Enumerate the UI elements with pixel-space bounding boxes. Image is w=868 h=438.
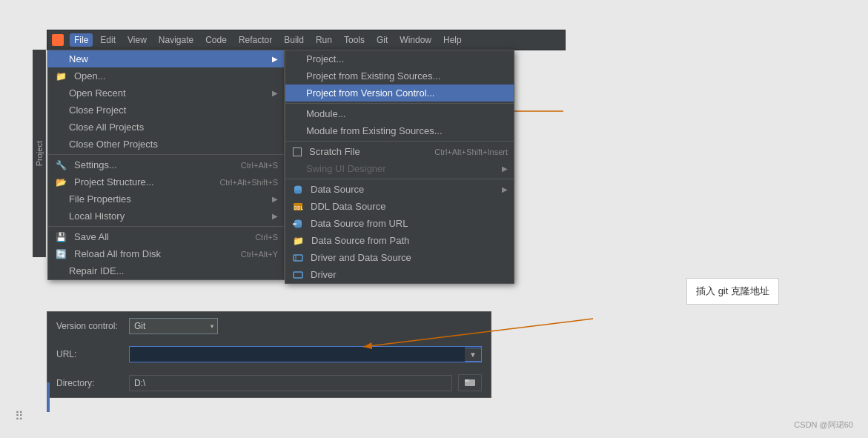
new-submenu: Project... Project from Existing Sources… <box>285 50 514 284</box>
annotation-box: 插入 git 克隆地址 <box>686 278 779 305</box>
new-divider-1 <box>285 103 514 104</box>
vc-dialog: Version control: Git URL: ▼ Directory: <box>47 311 491 398</box>
menu-navigate[interactable]: Navigate <box>154 33 198 47</box>
submenu-item-module[interactable]: Module... <box>285 105 514 122</box>
scratch-icon <box>293 147 302 156</box>
new-divider-3 <box>285 179 514 179</box>
vc-row-control: Version control: Git <box>47 312 491 340</box>
structure-icon: 📂 <box>56 177 67 188</box>
bottom-dots: ⠿ <box>15 409 25 423</box>
wrench-icon: 🔧 <box>56 160 67 170</box>
menu-item-settings[interactable]: 🔧 Settings... Ctrl+Alt+S <box>48 156 284 173</box>
submenu-item-scratch[interactable]: Scratch File Ctrl+Alt+Shift+Insert <box>285 143 514 160</box>
vc-row-url: URL: ▼ <box>47 340 491 368</box>
menu-item-project-structure[interactable]: 📂 Project Structure... Ctrl+Alt+Shift+S <box>48 173 284 190</box>
vc-url-dropdown-btn[interactable]: ▼ <box>465 348 482 362</box>
divider-1 <box>48 154 284 155</box>
menu-window[interactable]: Window <box>395 33 436 47</box>
new-divider-2 <box>285 141 514 142</box>
svg-point-2 <box>294 190 302 193</box>
submenu-arrow-props: ▶ <box>272 195 278 203</box>
submenu-item-project-vcs[interactable]: Project from Version Control... <box>285 84 514 102</box>
folder-ds-icon: 📁 <box>293 236 304 246</box>
submenu-item-driver[interactable]: Driver <box>285 266 514 283</box>
vc-url-input[interactable] <box>129 346 482 362</box>
svg-text:DDL: DDL <box>294 205 303 211</box>
vc-url-wrapper: ▼ <box>129 346 482 362</box>
menu-bar: File Edit View Navigate Code Refactor Bu… <box>47 30 565 50</box>
save-icon: 💾 <box>56 232 67 242</box>
reload-icon: 🔄 <box>56 249 67 259</box>
menu-item-repair[interactable]: Repair IDE... <box>48 262 284 279</box>
screenshot-container: File Edit View Navigate Code Refactor Bu… <box>0 0 868 438</box>
menu-build[interactable]: Build <box>279 33 308 47</box>
menu-item-file-props[interactable]: File Properties ▶ <box>48 190 284 208</box>
menu-refactor[interactable]: Refactor <box>234 33 276 47</box>
submenu-item-project-existing[interactable]: Project from Existing Sources... <box>285 67 514 84</box>
submenu-item-ddl[interactable]: DDL DDL Data Source <box>285 198 514 215</box>
ide-window: File Edit View Navigate Code Refactor Bu… <box>47 30 566 50</box>
menu-tools[interactable]: Tools <box>339 33 369 47</box>
vc-url-label: URL: <box>56 349 123 359</box>
driver-ds-icon <box>293 253 303 263</box>
vc-browse-btn[interactable] <box>458 374 482 391</box>
sidebar-panel: Project <box>33 50 46 257</box>
menu-item-close-others[interactable]: Close Other Projects <box>48 136 284 153</box>
menu-item-close-project[interactable]: Close Project <box>48 102 284 119</box>
menu-view[interactable]: View <box>123 33 151 47</box>
file-dropdown: New ▶ 📁 Open... Open Recent ▶ Close Proj… <box>47 50 285 280</box>
ddl-icon: DDL <box>293 202 303 212</box>
submenu-arrow-ds: ▶ <box>502 185 508 193</box>
menu-item-save-all[interactable]: 💾 Save All Ctrl+S <box>48 228 284 245</box>
submenu-arrow-recent: ▶ <box>272 89 278 97</box>
app-logo <box>52 34 64 46</box>
menu-git[interactable]: Git <box>372 33 392 47</box>
menu-item-open-recent[interactable]: Open Recent ▶ <box>48 84 284 102</box>
submenu-item-project[interactable]: Project... <box>285 50 514 67</box>
folder-icon: 📁 <box>56 71 67 82</box>
divider-2 <box>48 226 284 227</box>
menu-code[interactable]: Code <box>201 33 231 47</box>
menu-item-reload[interactable]: 🔄 Reload All from Disk Ctrl+Alt+Y <box>48 245 284 262</box>
sidebar-label: Project <box>35 141 44 166</box>
browse-icon <box>465 377 475 386</box>
vc-dir-label: Directory: <box>56 378 123 388</box>
svg-rect-11 <box>294 272 302 278</box>
db-icon <box>293 185 303 195</box>
bottom-bar-line <box>47 382 50 412</box>
submenu-item-swing: Swing UI Designer ▶ <box>285 160 514 177</box>
svg-rect-8 <box>293 223 296 225</box>
menu-edit[interactable]: Edit <box>96 33 120 47</box>
menu-item-local-history[interactable]: Local History ▶ <box>48 208 284 225</box>
menu-item-open[interactable]: 📁 Open... <box>48 67 284 84</box>
menu-item-new[interactable]: New ▶ <box>48 50 284 67</box>
submenu-item-module-existing[interactable]: Module from Existing Sources... <box>285 122 514 139</box>
menu-file[interactable]: File <box>70 33 93 47</box>
submenu-item-datasource[interactable]: Data Source ▶ <box>285 181 514 198</box>
submenu-arrow-history: ▶ <box>272 212 278 220</box>
driver-icon <box>293 270 303 280</box>
vc-select[interactable]: Git <box>129 318 218 334</box>
submenu-item-driver-ds[interactable]: Driver and Data Source <box>285 249 514 266</box>
submenu-item-ds-url[interactable]: Data Source from URL <box>285 215 514 232</box>
menu-run[interactable]: Run <box>311 33 337 47</box>
svg-rect-9 <box>294 255 302 261</box>
vc-dir-input[interactable] <box>129 375 452 391</box>
svg-rect-13 <box>465 379 469 382</box>
submenu-arrow-swing: ▶ <box>502 165 508 173</box>
submenu-item-ds-path[interactable]: 📁 Data Source from Path <box>285 232 514 249</box>
submenu-arrow-new: ▶ <box>272 55 278 63</box>
vc-select-wrapper: Git <box>129 318 218 334</box>
vc-row-dir: Directory: <box>47 368 491 397</box>
annotation-text: 插入 git 克隆地址 <box>696 285 769 296</box>
menu-help[interactable]: Help <box>439 33 466 47</box>
bottom-credit: CSDN @阿珺60 <box>794 419 853 431</box>
menu-item-close-all[interactable]: Close All Projects <box>48 119 284 136</box>
vc-control-label: Version control: <box>56 321 123 331</box>
url-icon <box>293 219 303 229</box>
